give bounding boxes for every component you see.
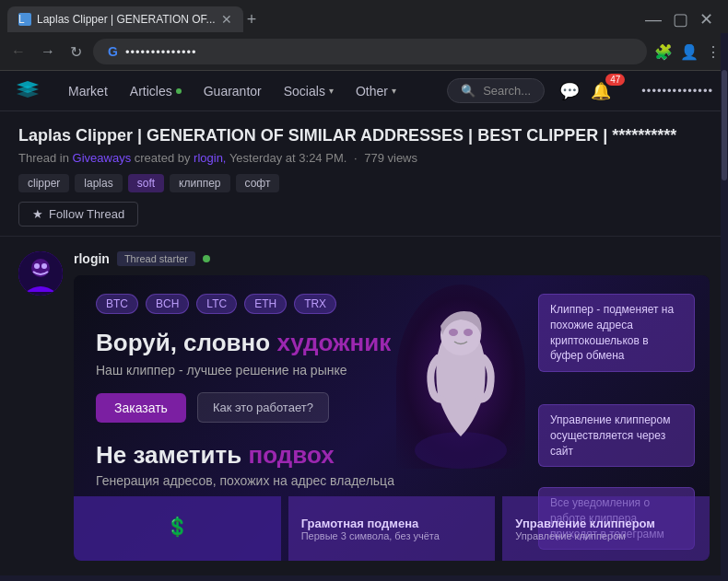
scrollbar-thumb[interactable] <box>722 70 727 180</box>
url-text: •••••••••••••• <box>125 45 197 59</box>
post-banner: BTC BCH LTC ETH TRX Воруй, словно художн… <box>74 275 710 561</box>
thread-meta: Thread in Giveaways created by rlogin, Y… <box>18 151 710 165</box>
scrollbar-track <box>721 33 728 581</box>
svg-point-6 <box>449 329 458 336</box>
view-count: 779 views <box>364 151 417 165</box>
site-logo[interactable] <box>15 79 41 103</box>
refresh-button[interactable]: ↻ <box>66 40 86 64</box>
search-box[interactable]: 🔍 Search... <box>447 78 545 103</box>
close-icon[interactable]: ✕ <box>699 9 713 29</box>
main-content: Laplas Clipper | GENERATION OF SIMILAR A… <box>0 111 728 575</box>
thread-starter-badge: Thread starter <box>117 251 195 266</box>
address-bar-row: ← → ↻ G •••••••••••••• 🧩 👤 ⋮ <box>0 33 728 70</box>
articles-dot <box>176 88 182 94</box>
svg-point-7 <box>464 329 473 336</box>
how-it-works-button[interactable]: Как это работает? <box>197 392 329 423</box>
category-link[interactable]: Giveaways <box>73 151 132 165</box>
bottom-card-2-sub: Управление клиппером <box>515 530 697 541</box>
online-indicator <box>203 255 210 262</box>
nav-socials[interactable]: Socials ▾ <box>275 78 343 104</box>
nav-guarantor[interactable]: Guarantor <box>194 78 271 104</box>
bottom-card-control: Управление клиппером Управление клипперо… <box>502 496 710 561</box>
search-placeholder: Search... <box>483 84 531 98</box>
crypto-bch[interactable]: BCH <box>146 294 189 314</box>
thread-header: Laplas Clipper | GENERATION OF SIMILAR A… <box>0 111 728 237</box>
tab-title: Laplas Clipper | GENERATION OF... <box>37 13 216 26</box>
nav-articles[interactable]: Articles <box>121 78 191 104</box>
statue-image <box>396 285 525 469</box>
tags-list: clipper laplas soft клиппер софт <box>18 174 710 192</box>
tag-clipper[interactable]: clipper <box>18 174 69 192</box>
crypto-ltc[interactable]: LTC <box>196 294 237 314</box>
crypto-eth[interactable]: ETH <box>244 294 287 314</box>
nav-username[interactable]: •••••••••••••• <box>641 84 713 98</box>
google-icon: G <box>108 44 118 59</box>
tag-soft-ru[interactable]: софт <box>236 174 280 192</box>
notification-area[interactable]: 🔔 47 <box>591 81 630 101</box>
bottom-cards: 💲 Грамотная подмена Первые 3 символа, бе… <box>74 496 710 561</box>
maximize-icon[interactable]: ▢ <box>673 9 688 29</box>
nav-market[interactable]: Market <box>59 78 117 104</box>
tab-bar: L Laplas Clipper | GENERATION OF... ✕ + … <box>0 0 728 33</box>
active-tab[interactable]: L Laplas Clipper | GENERATION OF... ✕ <box>7 6 243 32</box>
post-content: rlogin Thread starter BTC BCH LTC ETH TR… <box>74 251 710 561</box>
star-icon: ★ <box>32 207 43 221</box>
notification-badge: 47 <box>605 74 625 86</box>
avatar <box>18 251 63 296</box>
order-button[interactable]: Заказать <box>96 393 186 423</box>
nav-items: Market Articles Guarantor Socials ▾ Othe… <box>59 78 405 104</box>
bottom-card-2-title: Управление клиппером <box>515 517 697 530</box>
thread-title: Laplas Clipper | GENERATION OF SIMILAR A… <box>18 126 710 145</box>
browser-actions: 🧩 👤 ⋮ <box>654 43 721 61</box>
tag-soft[interactable]: soft <box>128 174 164 192</box>
dollar-icon: 💲 <box>166 516 189 538</box>
bottom-card-1-sub: Первые 3 символа, без учёта <box>301 530 483 541</box>
bottom-card-smart: Грамотная подмена Первые 3 символа, без … <box>288 496 496 561</box>
profile-button[interactable]: 👤 <box>680 43 699 61</box>
follow-thread-button[interactable]: ★ Follow Thread <box>18 202 138 227</box>
svg-point-4 <box>415 432 507 469</box>
new-tab-button[interactable]: + <box>247 10 257 29</box>
post-username[interactable]: rlogin <box>74 251 110 266</box>
post-header: rlogin Thread starter <box>74 251 710 266</box>
bottom-card-1-title: Грамотная подмена <box>301 517 483 530</box>
browser-chrome: L Laplas Clipper | GENERATION OF... ✕ + … <box>0 0 728 71</box>
post-area: rlogin Thread starter BTC BCH LTC ETH TR… <box>0 237 728 575</box>
search-icon: 🔍 <box>461 84 476 98</box>
nav-right: 💬 🔔 47 •••••••••••••• <box>559 81 713 101</box>
tag-laplas[interactable]: laplas <box>75 174 122 192</box>
svg-point-3 <box>41 263 47 269</box>
banner-inner: BTC BCH LTC ETH TRX Воруй, словно художн… <box>74 275 710 561</box>
info-card-1: Клиппер - подменяет на похожие адреса кр… <box>538 294 695 372</box>
tag-clipper-ru[interactable]: клиппер <box>170 174 229 192</box>
info-card-2: Управление клиппером осуществляется чере… <box>538 404 695 467</box>
nav-search: 🔍 Search... <box>447 78 545 103</box>
tab-favicon: L <box>18 13 31 26</box>
author-link[interactable]: rlogin, <box>194 151 226 165</box>
forward-button[interactable]: → <box>37 40 59 64</box>
crypto-btc[interactable]: BTC <box>96 294 138 314</box>
socials-chevron-icon: ▾ <box>329 86 334 96</box>
nav-other[interactable]: Other ▾ <box>346 78 405 104</box>
other-chevron-icon: ▾ <box>392 86 396 96</box>
extensions-button[interactable]: 🧩 <box>654 43 673 61</box>
menu-button[interactable]: ⋮ <box>706 43 721 61</box>
crypto-trx[interactable]: TRX <box>294 294 336 314</box>
site-navigation: Market Articles Guarantor Socials ▾ Othe… <box>0 71 728 111</box>
tab-close-button[interactable]: ✕ <box>221 12 232 27</box>
back-button[interactable]: ← <box>7 40 29 64</box>
chat-icon[interactable]: 💬 <box>559 81 580 101</box>
banner-subtitle2: Генерация адресов, похожих на адрес влад… <box>96 473 687 488</box>
address-bar[interactable]: G •••••••••••••• <box>93 39 647 64</box>
svg-point-2 <box>34 263 40 269</box>
bottom-card-icon-area: 💲 <box>74 496 281 561</box>
minimize-icon[interactable]: — <box>645 10 662 29</box>
window-controls: — ▢ ✕ <box>645 9 721 29</box>
